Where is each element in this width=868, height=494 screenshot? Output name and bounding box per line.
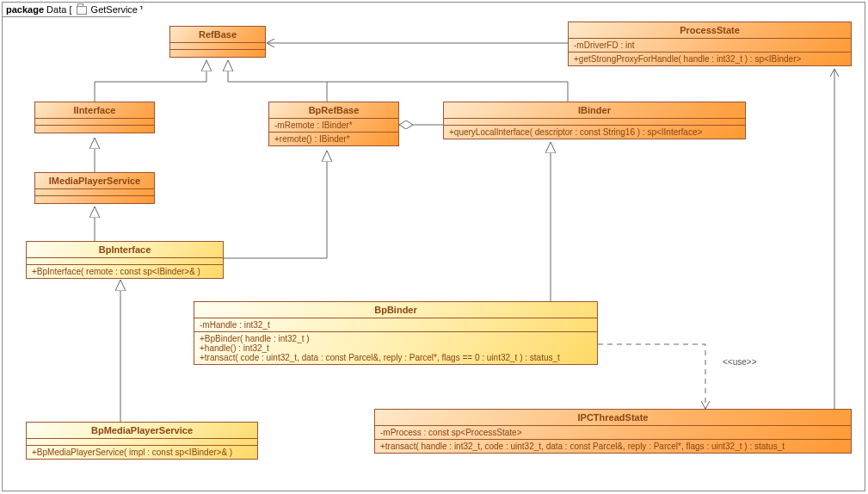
class-methods: +BpInterface( remote : const sp<IBinder>…: [27, 265, 223, 278]
class-name: BpBinder: [194, 302, 597, 318]
package-keyword: package: [6, 4, 44, 15]
class-ProcessState: ProcessState -mDriverFD : int +getStrong…: [568, 22, 852, 66]
class-methods: +remote() : IBinder*: [269, 133, 398, 145]
class-attrs: [27, 439, 257, 446]
class-attrs: [27, 258, 223, 265]
use-stereotype: <<use>>: [723, 357, 756, 367]
class-methods: +queryLocalInterface( descriptor : const…: [444, 126, 745, 139]
class-methods: [35, 196, 154, 203]
class-name: BpMediaPlayerService: [27, 423, 257, 439]
class-name: IBinder: [444, 102, 745, 119]
class-name: RefBase: [170, 27, 265, 43]
class-attrs: -mProcess : const sp<ProcessState>: [375, 426, 851, 440]
package-name: Data: [46, 4, 66, 15]
class-methods: [35, 126, 154, 133]
method: +transact( code : uint32_t, data : const…: [200, 353, 592, 362]
class-BpMediaPlayerService: BpMediaPlayerService +BpMediaPlayerServi…: [26, 422, 258, 460]
class-attrs: -mDriverFD : int: [569, 39, 851, 52]
method: +queryLocalInterface( descriptor : const…: [449, 127, 740, 137]
class-methods: +BpMediaPlayerService( impl : const sp<I…: [27, 446, 257, 459]
class-IMediaPlayerService: IMediaPlayerService: [34, 172, 155, 204]
class-attrs: [35, 189, 154, 196]
package-icon: [77, 6, 87, 15]
attr: -mRemote : IBinder*: [274, 120, 393, 130]
class-methods: +transact( handle : int32_t, code : uint…: [375, 440, 851, 453]
class-attrs: [170, 43, 265, 50]
class-name: BpInterface: [27, 242, 223, 258]
method: +BpMediaPlayerService( impl : const sp<I…: [32, 448, 252, 457]
class-BpInterface: BpInterface +BpInterface( remote : const…: [26, 241, 224, 279]
class-RefBase: RefBase: [169, 26, 266, 58]
class-IInterface: IInterface: [34, 102, 155, 133]
attr: -mHandle : int32_t: [200, 320, 592, 330]
class-attrs: -mHandle : int32_t: [194, 318, 597, 332]
class-IPCThreadState: IPCThreadState -mProcess : const sp<Proc…: [374, 409, 852, 454]
method: +BpInterface( remote : const sp<IBinder>…: [32, 267, 218, 276]
class-BpRefBase: BpRefBase -mRemote : IBinder* +remote() …: [268, 102, 399, 146]
class-methods: +getStrongProxyForHandle( handle : int32…: [569, 52, 851, 65]
method: +transact( handle : int32_t, code : uint…: [380, 442, 846, 451]
class-name: ProcessState: [569, 22, 851, 39]
class-methods: +BpBinder( handle : int32_t ) +handle() …: [194, 332, 597, 364]
class-attrs: [35, 119, 154, 126]
class-IBinder: IBinder +queryLocalInterface( descriptor…: [443, 102, 746, 139]
method: +handle() : int32_t: [200, 343, 592, 353]
method: +BpBinder( handle : int32_t ): [200, 334, 592, 343]
class-name: IInterface: [35, 102, 154, 119]
attr: -mDriverFD : int: [574, 40, 846, 50]
class-name: BpRefBase: [269, 102, 398, 119]
attr: -mProcess : const sp<ProcessState>: [380, 428, 846, 437]
package-label: package Data [ GetService ]: [3, 3, 152, 17]
method: +remote() : IBinder*: [274, 134, 393, 144]
class-attrs: -mRemote : IBinder*: [269, 119, 398, 133]
class-BpBinder: BpBinder -mHandle : int32_t +BpBinder( h…: [194, 301, 598, 365]
class-methods: [170, 50, 265, 57]
class-name: IPCThreadState: [375, 410, 851, 426]
class-attrs: [444, 119, 745, 126]
diagram-name: GetService: [91, 4, 138, 15]
class-name: IMediaPlayerService: [35, 173, 154, 189]
method: +getStrongProxyForHandle( handle : int32…: [574, 54, 846, 64]
